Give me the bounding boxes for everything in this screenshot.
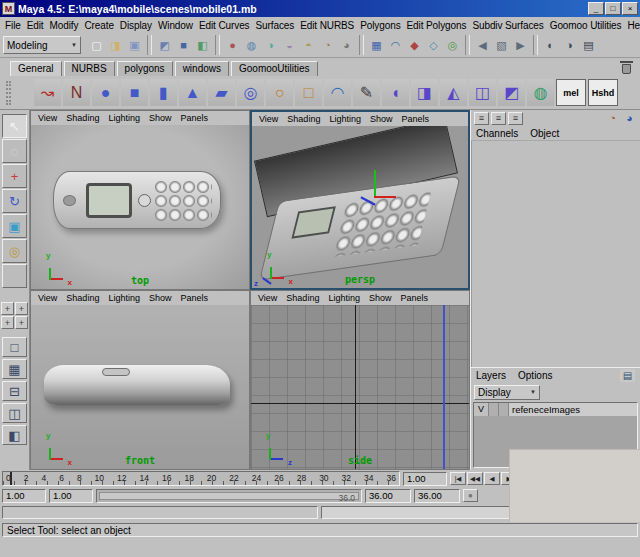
cv-curve-icon[interactable]: ↝	[34, 79, 61, 106]
nurbs-cube-icon[interactable]: ■	[121, 79, 148, 106]
viewport-persp-view[interactable]: yxz persp	[252, 126, 468, 288]
output-connections-icon[interactable]: ▶	[511, 36, 530, 55]
save-scene-icon[interactable]: ▣	[125, 36, 144, 55]
channel-menu-channels[interactable]: Channels	[476, 128, 518, 139]
hypershade-icon[interactable]: Hshd	[588, 79, 618, 106]
range-slider[interactable]: 36.0	[96, 489, 362, 503]
current-frame-marker[interactable]	[10, 472, 12, 485]
viewport-menu-shading[interactable]: Shading	[287, 114, 320, 124]
viewport-persp[interactable]: ViewShadingLightingShowPanels yxz persp	[250, 110, 470, 290]
snap-to-curve-icon[interactable]: ◠	[386, 36, 405, 55]
viewport-menu-show[interactable]: Show	[369, 293, 392, 303]
new-layer-icon[interactable]: ▤	[620, 369, 635, 382]
move-tool[interactable]: +	[2, 164, 27, 188]
viewport-front-view[interactable]: yx front	[31, 305, 249, 469]
layer-name[interactable]: refeneceImages	[509, 403, 637, 416]
viewport-side[interactable]: ViewShadingLightingShowPanels yz side	[250, 290, 470, 470]
mask-surfaces-icon[interactable]: ◑	[261, 36, 280, 55]
channel-menu-object[interactable]: Object	[530, 128, 559, 139]
layout-single-pane-button[interactable]: □	[2, 337, 27, 357]
mask-dynamics-icon[interactable]: ◓	[299, 36, 318, 55]
input-connections-icon[interactable]: ◀	[473, 36, 492, 55]
time-slider[interactable]: 024681012141618202224262830323436	[2, 471, 400, 486]
layer-playback-toggle[interactable]	[489, 403, 499, 416]
trash-icon[interactable]	[620, 60, 634, 75]
nurbs-cone-icon[interactable]: ▲	[179, 79, 206, 106]
viewport-menu-lighting[interactable]: Lighting	[108, 113, 140, 123]
show-manipulator-tool[interactable]: ◎	[2, 239, 27, 263]
channel-box-body[interactable]	[471, 141, 640, 367]
viewport-side-view[interactable]: yz side	[251, 305, 469, 469]
select-hierarchy-icon[interactable]: ◩	[155, 36, 174, 55]
menu-window[interactable]: Window	[155, 20, 196, 31]
viewport-menu-panels[interactable]: Panels	[180, 113, 208, 123]
lasso-select-tool[interactable]: ◌	[2, 139, 27, 163]
viewport-menu-panels[interactable]: Panels	[180, 293, 208, 303]
render-globals-icon[interactable]: ▤	[579, 36, 598, 55]
nurbs-square-icon[interactable]: □	[295, 79, 322, 106]
mask-misc-icon[interactable]: ◕	[337, 36, 356, 55]
go-to-start-button[interactable]: |◀	[450, 472, 466, 485]
current-frame-field[interactable]: 1.00	[403, 472, 447, 486]
arc-tool-icon[interactable]: ◠	[324, 79, 351, 106]
viewport-menu-view[interactable]: View	[38, 293, 57, 303]
viewport-menu-lighting[interactable]: Lighting	[328, 293, 360, 303]
range-slider-bar[interactable]: 36.0	[99, 492, 359, 500]
ep-curve-icon[interactable]: N	[63, 79, 90, 106]
select-object-icon[interactable]: ■	[174, 36, 193, 55]
menu-goomoo-utilities[interactable]: Goomoo Utilities	[547, 20, 625, 31]
command-line-input[interactable]	[2, 506, 318, 519]
viewport-front[interactable]: ViewShadingLightingShowPanels yx front	[30, 290, 250, 470]
viewport-menu-show[interactable]: Show	[149, 113, 172, 123]
channel-layout-icon-3[interactable]: ≡	[508, 112, 523, 125]
snap-to-grid-icon[interactable]: ▦	[367, 36, 386, 55]
snap-to-point-icon[interactable]: ◆	[405, 36, 424, 55]
menu-set-dropdown[interactable]: Modeling ▼	[3, 36, 81, 54]
pencil-curve-icon[interactable]: ✎	[353, 79, 380, 106]
select-component-icon[interactable]: ◧	[193, 36, 212, 55]
extrude-icon[interactable]: ◭	[440, 79, 467, 106]
menu-edit-nurbs[interactable]: Edit NURBS	[297, 20, 357, 31]
menu-create[interactable]: Create	[81, 20, 116, 31]
menu-help[interactable]: Help	[624, 20, 640, 31]
shaded-sphere-icon[interactable]: ◕	[622, 112, 637, 125]
shelf-tab-goomooutilities[interactable]: GoomooUtilities	[231, 61, 318, 76]
rotate-tool[interactable]: ↻	[2, 189, 27, 213]
menu-edit[interactable]: Edit	[24, 20, 47, 31]
viewport-menu-panels[interactable]: Panels	[401, 114, 429, 124]
title-bar[interactable]: M Maya 4.5: E:\maya4\mobile\scenes\mobil…	[0, 0, 640, 17]
poly-sphere-icon[interactable]: ◍	[527, 79, 554, 106]
menu-modify[interactable]: Modify	[47, 20, 82, 31]
playback-end-field[interactable]: 36.00	[365, 489, 411, 503]
layers-menu-options[interactable]: Options	[518, 370, 552, 381]
mel-script-icon[interactable]: mel	[556, 79, 586, 106]
layout-four-pane-button[interactable]: ▦	[2, 359, 27, 379]
mask-deformations-icon[interactable]: ◒	[280, 36, 299, 55]
channel-layout-icon-1[interactable]: ≡	[474, 112, 489, 125]
viewport-menu-view[interactable]: View	[38, 113, 57, 123]
bevel-icon[interactable]: ◩	[498, 79, 525, 106]
shelf-tab-windows[interactable]: windows	[175, 61, 229, 76]
loft-icon[interactable]: ◨	[411, 79, 438, 106]
viewport-menu-show[interactable]: Show	[370, 114, 393, 124]
viewport-menu-shading[interactable]: Shading	[66, 113, 99, 123]
auto-key-button[interactable]: ●	[463, 489, 478, 502]
playback-start-field[interactable]: 1.00	[49, 489, 93, 503]
mask-curves-icon[interactable]: ◍	[242, 36, 261, 55]
mask-points-icon[interactable]: ●	[223, 36, 242, 55]
split-pane-button-2[interactable]: +	[15, 302, 28, 315]
make-live-icon[interactable]: ◎	[443, 36, 462, 55]
minimize-button[interactable]: _	[588, 2, 604, 15]
nurbs-torus-icon[interactable]: ◎	[237, 79, 264, 106]
viewport-menu-lighting[interactable]: Lighting	[108, 293, 140, 303]
viewport-menu-shading[interactable]: Shading	[66, 293, 99, 303]
layer-color-swatch[interactable]	[499, 403, 509, 416]
mask-rendering-icon[interactable]: ◔	[318, 36, 337, 55]
nurbs-plane-icon[interactable]: ▰	[208, 79, 235, 106]
layout-three-split-button[interactable]: ◧	[2, 425, 27, 445]
viewport-menu-lighting[interactable]: Lighting	[329, 114, 361, 124]
origin-axis-manipulator[interactable]	[356, 170, 396, 214]
layer-display-dropdown[interactable]: Display ▼	[474, 385, 540, 400]
layers-menu-layers[interactable]: Layers	[476, 370, 506, 381]
menu-subdiv-surfaces[interactable]: Subdiv Surfaces	[469, 20, 546, 31]
